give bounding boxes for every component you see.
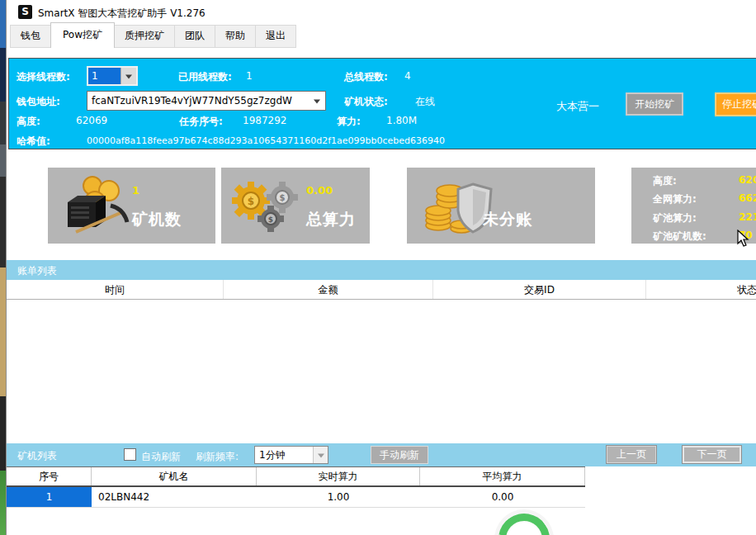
svg-text:$: $ [248, 196, 254, 207]
tab-exit[interactable]: 退出 [255, 25, 296, 48]
start-mining-button[interactable]: 开始挖矿 [626, 92, 683, 116]
chevron-down-icon [125, 75, 132, 79]
miner-col-realtime[interactable]: 实时算力 [257, 467, 420, 485]
total-hashrate-label: 总算力 [306, 209, 356, 230]
hash-label: 哈希值: [17, 135, 50, 149]
wallet-address-label: 钱包地址: [17, 95, 60, 109]
app-window: S SmartX 智图大本营挖矿助手 V1.276 钱包 Pow挖矿 质押挖矿 … [6, 0, 756, 535]
miner-row-index: 1 [7, 487, 92, 507]
thread-count-dropdown-button[interactable] [120, 68, 136, 84]
tab-wallet[interactable]: 钱包 [10, 25, 51, 48]
refresh-rate-dropdown-button[interactable] [313, 447, 328, 463]
refresh-rate-select[interactable]: 1分钟 [254, 446, 328, 464]
hash-value: 00000af8a118feea97b674c88d293a1065437116… [87, 135, 445, 146]
height-label: 高度: [17, 115, 40, 129]
thread-count-select[interactable]: 1 [87, 66, 138, 86]
loading-spinner-icon [489, 504, 560, 535]
tab-pow-mining[interactable]: Pow挖矿 [50, 22, 115, 48]
miner-list-title: 矿机列表 [17, 449, 57, 463]
chevron-down-icon [314, 100, 320, 104]
miner-row-realtime: 1.00 [257, 487, 420, 507]
tab-help[interactable]: 帮助 [215, 25, 256, 48]
auto-refresh-label: 自动刷新 [141, 450, 181, 464]
pool-miner-count-label: 矿池矿机数: [653, 230, 706, 244]
prev-page-button[interactable]: 上一页 [606, 445, 657, 464]
unsettled-label: 未分账 [483, 209, 532, 230]
stop-mining-button[interactable]: 停止挖矿 [715, 92, 756, 116]
pool-hashrate-value: 221.7 [739, 211, 756, 223]
chevron-down-icon [318, 454, 324, 458]
gears-icon: $ $ $ [228, 178, 304, 235]
miner-status-label: 矿机状态: [344, 95, 388, 109]
refresh-rate-value: 1分钟 [255, 447, 313, 463]
app-logo-icon: S [18, 5, 32, 19]
mining-status-panel: 选择线程数: 1 已用线程数: 1 总线程数: 4 钱包地址: fcaNTzui… [8, 58, 756, 149]
total-threads-value: 4 [404, 70, 411, 82]
bill-col-time[interactable]: 时间 [7, 280, 224, 299]
svg-text:$: $ [268, 215, 273, 224]
camp-name: 大本营一 [556, 99, 599, 114]
miner-status-value: 在线 [415, 95, 435, 109]
thread-count-value: 1 [88, 68, 120, 84]
total-hashrate-value: 0.00 [306, 184, 333, 196]
title-bar: S SmartX 智图大本营挖矿助手 V1.276 [7, 0, 756, 25]
miner-count-label: 矿机数 [132, 209, 182, 230]
unsettled-card: 未分账 [407, 168, 595, 244]
hashrate-value: 1.80M [386, 115, 417, 126]
task-number-value: 1987292 [243, 115, 286, 126]
total-hashrate-card: $ $ $ 0.00 总算力 [221, 168, 370, 244]
height-value: 62069 [76, 115, 107, 126]
miner-table-header: 序号 矿机名 实时算力 平均算力 [7, 466, 585, 487]
bill-col-txid[interactable]: 交易ID [433, 280, 646, 299]
bill-col-amount[interactable]: 金额 [224, 280, 433, 299]
next-page-button[interactable]: 下一页 [682, 445, 742, 464]
network-hashrate-label: 全网算力: [653, 192, 697, 206]
wallet-address-select[interactable]: fcaNTzuiVR19Te4vYjW77NdY55gz7zgdW [87, 91, 326, 111]
wallet-dropdown-button[interactable] [309, 92, 325, 110]
hashrate-label: 算力: [337, 115, 361, 129]
desktop-background-strip [0, 0, 6, 535]
tab-team[interactable]: 团队 [174, 25, 215, 48]
network-hashrate-value: 662.2 [739, 192, 756, 204]
pool-height-value: 6205 [739, 174, 756, 186]
miner-count-value: 1 [132, 184, 139, 196]
mouse-cursor-icon [737, 230, 749, 248]
manual-refresh-button[interactable]: 手动刷新 [371, 446, 428, 464]
auto-refresh-checkbox[interactable] [124, 448, 136, 461]
thread-select-label: 选择线程数: [17, 70, 70, 84]
miner-row-average: 0.00 [420, 487, 585, 507]
bill-list-title: 账单列表 [17, 264, 57, 278]
screen: S SmartX 智图大本营挖矿助手 V1.276 钱包 Pow挖矿 质押挖矿 … [0, 0, 756, 535]
miner-table-row[interactable]: 1 02LBN442 1.00 0.00 [7, 487, 585, 508]
refresh-rate-label: 刷新频率: [196, 450, 239, 464]
wallet-address-value: fcaNTzuiVR19Te4vYjW77NdY55gz7zgdW [87, 92, 309, 110]
window-title: SmartX 智图大本营挖矿助手 V1.276 [38, 7, 206, 21]
miner-row-name: 02LBN442 [92, 487, 257, 507]
miner-list-section-bar: 矿机列表 自动刷新 刷新频率: 1分钟 手动刷新 上一页 下一页 [7, 443, 756, 466]
used-threads-label: 已用线程数: [178, 70, 232, 84]
used-threads-value: 1 [246, 70, 253, 82]
bill-list-section-bar: 账单列表 [7, 260, 756, 280]
mining-rig-icon [61, 174, 131, 237]
miner-col-average[interactable]: 平均算力 [420, 467, 585, 485]
task-number-label: 任务序号: [179, 115, 223, 129]
miner-col-name[interactable]: 矿机名 [92, 467, 257, 485]
miner-col-index[interactable]: 序号 [7, 467, 92, 485]
pool-height-label: 高度: [653, 174, 677, 188]
tab-bar: 钱包 Pow挖矿 质押挖矿 团队 帮助 退出 [10, 26, 295, 48]
bill-col-status[interactable]: 状态 [646, 280, 756, 299]
pool-hashrate-label: 矿池算力: [653, 211, 697, 225]
miner-count-card: 1 矿机数 [48, 168, 215, 244]
total-threads-label: 总线程数: [344, 70, 388, 84]
tab-stake-mining[interactable]: 质押挖矿 [114, 25, 175, 48]
bill-table-header: 时间 金额 交易ID 状态 [7, 280, 756, 300]
svg-text:$: $ [280, 193, 286, 202]
